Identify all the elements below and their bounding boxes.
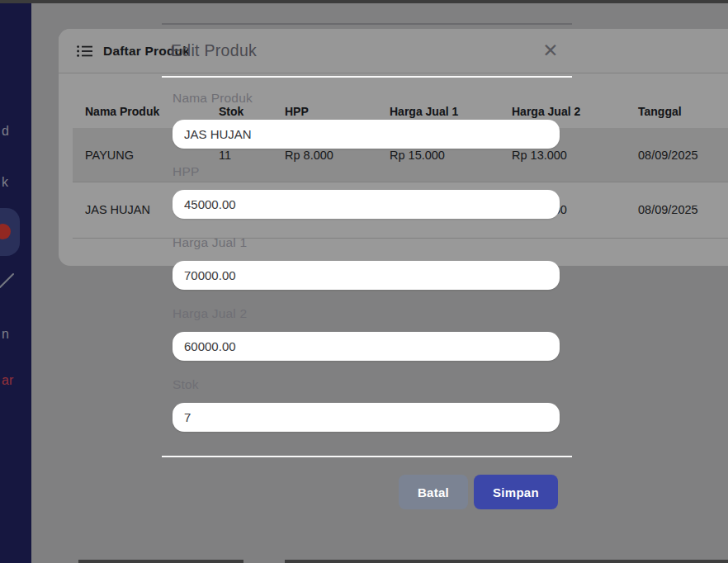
field-label-harga-jual-1: Harga Jual 1	[173, 235, 247, 250]
cancel-button[interactable]: Batal	[399, 475, 468, 509]
save-button[interactable]: Simpan	[474, 475, 558, 509]
harga-jual-1-input[interactable]	[173, 261, 560, 290]
field-label-harga-jual-2: Harga Jual 2	[173, 306, 247, 321]
stok-input[interactable]	[173, 403, 560, 432]
modal-header-divider	[162, 76, 572, 78]
modal-top-border	[162, 23, 572, 25]
harga-jual-2-input[interactable]	[173, 332, 560, 361]
modal-footer-divider	[162, 456, 572, 457]
edit-produk-modal: Edit Produk ✕ Nama Produk HPP Harga Jual…	[0, 0, 728, 563]
app-screen: d k n ar Daftar Produk	[0, 0, 728, 563]
nama-produk-input[interactable]	[173, 120, 560, 149]
field-label-hpp: HPP	[173, 164, 199, 179]
modal-title: Edit Produk	[171, 41, 257, 60]
hpp-input[interactable]	[173, 190, 560, 219]
close-icon[interactable]: ✕	[538, 38, 563, 63]
field-label-stok: Stok	[173, 377, 199, 392]
field-label-nama-produk: Nama Produk	[173, 91, 253, 106]
